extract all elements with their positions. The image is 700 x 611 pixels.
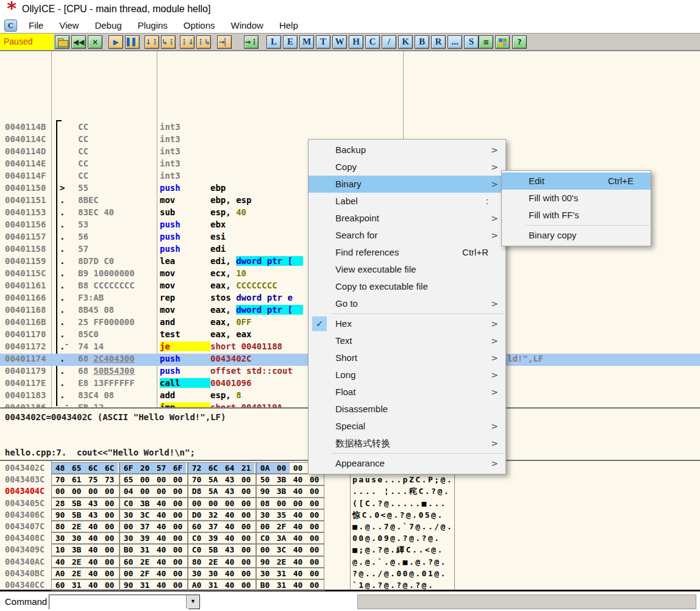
dump-row[interactable]: 0043404C0000000004000000D85A4300903B4000… — [0, 485, 700, 497]
go-to-button[interactable]: →⋮ — [244, 35, 259, 49]
app-icon: * — [4, 2, 20, 16]
dump-row[interactable]: 0043408C3030400030394000C0394000C03A4000… — [0, 532, 700, 544]
toolbar-letter-T[interactable]: T — [316, 35, 330, 49]
toolbar-letter-L[interactable]: L — [266, 35, 281, 49]
hex-byte: 3B — [273, 486, 290, 496]
disasm-row[interactable]: 0040114BCCint3 — [0, 122, 700, 134]
toolbar-letter-/[interactable]: / — [382, 35, 396, 49]
hex-byte: 40 — [290, 545, 306, 555]
menu-item-go-to[interactable]: Go to> — [309, 295, 505, 312]
hex-byte: 00 — [188, 498, 205, 509]
menu-item-label[interactable]: Label: — [309, 193, 505, 210]
dump-row[interactable]: 0043403C7061757365000000705A4300503B4000… — [0, 474, 700, 485]
menu-item-disassemble[interactable]: Disassemble — [309, 401, 505, 418]
command-bar: Command ▼ — [0, 593, 700, 611]
dump-row[interactable]: 004340CC6031400090314000A0314000B0314000… — [0, 579, 700, 591]
pause-button[interactable]: ▌▌ — [125, 35, 140, 49]
mnemonic: je — [160, 341, 210, 351]
command-combobox[interactable]: ▼ — [49, 595, 200, 609]
hex-byte: 73 — [101, 474, 118, 485]
dword-group: 90314000 — [120, 579, 188, 591]
menu-item-backup[interactable]: Backup> — [309, 141, 505, 159]
hex-byte: 37 — [137, 521, 153, 532]
dump-row[interactable]: 0043405C285B4300C03B40000000000008000000… — [0, 498, 700, 509]
hex-dump-pane[interactable]: 0043402C48656C6C6F20576F726C64210A000000… — [0, 460, 700, 591]
menu-item-search-for[interactable]: Search for> — [309, 227, 505, 244]
menubar-item-view[interactable]: View — [51, 18, 87, 33]
step-over-button[interactable]: ↳⋮ — [161, 35, 176, 49]
toolbar-letter-W[interactable]: W — [332, 35, 347, 49]
menu-item-breakpoint[interactable]: Breakpoint> — [309, 210, 505, 227]
menubar-item-help[interactable]: Help — [271, 18, 306, 33]
combobox-dropdown-button[interactable]: ▼ — [186, 595, 199, 609]
menu-separator — [332, 453, 504, 454]
document-icon[interactable]: C — [4, 20, 17, 32]
hex-byte: 90 — [52, 510, 68, 520]
hex-byte: C0 — [188, 533, 205, 543]
menu-item-label: Label — [335, 196, 358, 206]
toolbar-letter-H[interactable]: H — [349, 35, 363, 49]
submenu-item-binary-copy[interactable]: Binary copy — [502, 227, 651, 244]
appearance-palette-button[interactable] — [495, 35, 510, 49]
toolbar-letter-C[interactable]: C — [365, 35, 380, 49]
menu-item-数据格式转换[interactable]: 数据格式转换> — [309, 435, 505, 452]
hex-byte: 40 — [290, 568, 306, 579]
submenu-item-edit[interactable]: EditCtrl+E — [502, 173, 651, 190]
menu-item-short[interactable]: Short> — [309, 349, 505, 366]
toolbar-letter-M[interactable]: M — [299, 35, 314, 49]
dump-row[interactable]: 0043407C802E40000037400060374000002F4000… — [0, 521, 700, 532]
hex-byte: 40 — [290, 521, 306, 532]
menu-separator — [332, 313, 504, 314]
menu-item-hex[interactable]: Hex✓> — [309, 315, 505, 332]
menu-item-copy[interactable]: Copy> — [309, 159, 505, 176]
submenu-item-fill-with-00-s[interactable]: Fill with 00's — [502, 190, 651, 207]
trace-over-button[interactable]: ⋮↳ — [196, 35, 211, 49]
command-input[interactable] — [49, 595, 188, 610]
menu-item-special[interactable]: Special> — [309, 418, 505, 435]
menubar-item-plugins[interactable]: Plugins — [130, 18, 176, 33]
dump-row[interactable]: 004340AC402E4000602E4000802E4000902E4000… — [0, 556, 700, 568]
dump-row[interactable]: 0043406C905B4300303C4000D032400030354000… — [0, 509, 700, 521]
hex-byte: 37 — [205, 521, 221, 532]
menubar-item-debug[interactable]: Debug — [87, 18, 129, 33]
menubar-item-window[interactable]: Window — [223, 18, 271, 33]
menu-item-view-executable-file[interactable]: View executable file — [309, 261, 505, 278]
toolbar-letter-S[interactable]: S — [464, 35, 479, 49]
dump-row[interactable]: 0043409C103B4000B0314000C05B4300003C4000… — [0, 544, 700, 556]
opcode-bytes: 68 50B54300 — [78, 366, 135, 376]
menu-item-text[interactable]: Text> — [309, 332, 505, 349]
dump-row[interactable]: 004340BCA02E4000002F40003030400030314000… — [0, 568, 700, 579]
flow-prefix: . — [60, 317, 65, 327]
help-button[interactable]: ? — [512, 35, 527, 49]
hex-byte: 00 — [306, 580, 323, 590]
hex-byte: 00 — [137, 486, 153, 496]
rewind-button[interactable]: ◀◀ — [71, 35, 86, 49]
hex-byte: 40 — [85, 533, 101, 543]
run-button[interactable]: ▶ — [109, 35, 123, 49]
toolbar-letter-...[interactable]: ... — [448, 35, 462, 49]
dword-group: 303C4000 — [120, 509, 188, 521]
menu-item-find-references[interactable]: Find referencesCtrl+R — [309, 244, 505, 261]
close-button[interactable]: × — [88, 35, 102, 49]
menu-item-appearance[interactable]: Appearance> — [309, 455, 505, 472]
menu-item-long[interactable]: Long> — [309, 366, 505, 384]
toolbar-letter-E[interactable]: E — [283, 35, 298, 49]
title-bar: * OllyICE - [CPU - main thread, module h… — [0, 0, 700, 18]
toolbar-letter-K[interactable]: K — [398, 35, 413, 49]
step-into-button[interactable]: ↓⋮ — [145, 35, 159, 49]
menu-item-float[interactable]: Float> — [309, 384, 505, 401]
open-file-button[interactable] — [55, 35, 70, 49]
toolbar-letter-R[interactable]: R — [431, 35, 446, 49]
menu-item-copy-to-executable-file[interactable]: Copy to executable file — [309, 278, 505, 295]
menubar-item-options[interactable]: Options — [176, 18, 223, 33]
menu-item-binary[interactable]: Binary> — [309, 176, 505, 193]
menubar-item-file[interactable]: File — [21, 18, 51, 33]
flow-prefix: . — [60, 354, 65, 363]
submenu-arrow-icon: > — [491, 227, 498, 244]
toolbar-letter-B[interactable]: B — [415, 35, 429, 49]
submenu-item-fill-with-ff-s[interactable]: Fill with FF's — [502, 207, 651, 224]
trace-into-button[interactable]: ⋮↓ — [180, 35, 195, 49]
options-list-button[interactable]: ≡ — [479, 35, 493, 49]
hex-byte: 2F — [273, 521, 290, 532]
execute-till-return-button[interactable]: →▏ — [217, 35, 232, 49]
